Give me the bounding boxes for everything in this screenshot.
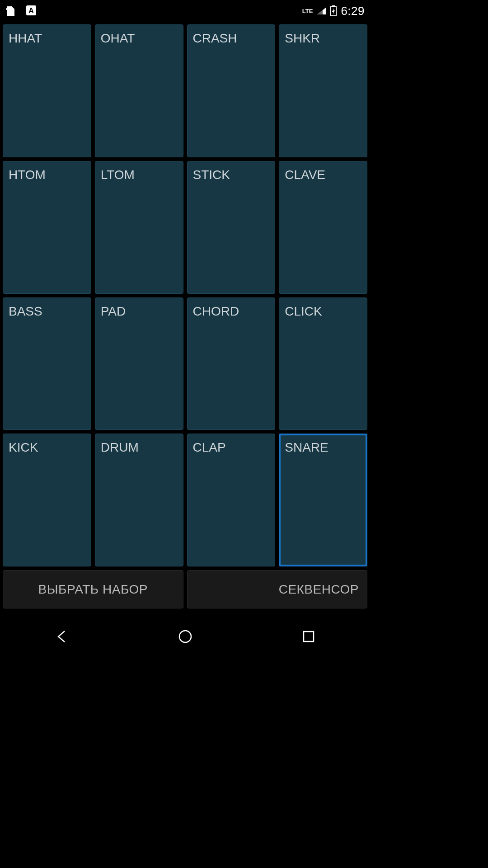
pad-grid: HHAT OHAT CRASH SHKR HTOM LTOM STICK CLA… <box>0 22 370 570</box>
back-icon <box>54 628 70 645</box>
pad-clap[interactable]: CLAP <box>187 434 276 566</box>
back-button[interactable] <box>46 620 78 653</box>
pad-click[interactable]: CLICK <box>279 297 367 430</box>
pad-ohat[interactable]: OHAT <box>95 24 183 157</box>
button-label: СЕКВЕНСОР <box>279 582 359 597</box>
status-left: A <box>5 5 37 17</box>
lte-icon: LTE <box>302 8 313 14</box>
sequencer-button[interactable]: СЕКВЕНСОР <box>187 570 368 609</box>
pad-crash[interactable]: CRASH <box>187 24 276 157</box>
pad-stick[interactable]: STICK <box>187 161 276 294</box>
status-bar: A LTE 6:29 <box>0 0 370 22</box>
pad-label: DRUM <box>101 440 139 455</box>
pad-label: SNARE <box>285 440 328 455</box>
select-set-button[interactable]: ВЫБРАТЬ НАБОР <box>3 570 183 609</box>
pad-label: PAD <box>101 304 126 319</box>
pad-clave[interactable]: CLAVE <box>279 161 367 294</box>
app-icon: A <box>25 5 37 17</box>
pad-label: CLAVE <box>285 168 325 182</box>
pad-kick[interactable]: KICK <box>3 434 91 566</box>
pad-bass[interactable]: BASS <box>3 297 91 430</box>
button-label: ВЫБРАТЬ НАБОР <box>38 582 148 597</box>
pad-label: KICK <box>9 440 38 455</box>
nav-bar <box>0 615 370 658</box>
pad-ltom[interactable]: LTOM <box>95 161 183 294</box>
recent-icon <box>300 628 317 645</box>
pad-label: BASS <box>9 304 42 319</box>
pad-drum[interactable]: DRUM <box>95 434 183 566</box>
pad-label: CHORD <box>193 304 239 319</box>
pad-label: OHAT <box>101 31 135 46</box>
pad-label: HHAT <box>9 31 42 46</box>
pad-label: STICK <box>193 168 230 182</box>
signal-icon <box>316 6 326 15</box>
pad-snare[interactable]: SNARE <box>279 434 367 566</box>
pad-label: SHKR <box>285 31 320 46</box>
recent-button[interactable] <box>292 620 325 653</box>
svg-rect-5 <box>304 632 314 642</box>
pad-pad[interactable]: PAD <box>95 297 183 430</box>
pad-label: CLAP <box>193 440 226 455</box>
clock: 6:29 <box>341 4 365 18</box>
svg-text:A: A <box>28 7 34 14</box>
bottom-row: ВЫБРАТЬ НАБОР СЕКВЕНСОР <box>0 570 370 609</box>
pad-htom[interactable]: HTOM <box>3 161 91 294</box>
pad-label: CLICK <box>285 304 322 319</box>
pad-label: HTOM <box>9 168 46 182</box>
pad-chord[interactable]: CHORD <box>187 297 276 430</box>
pad-label: CRASH <box>193 31 237 46</box>
sd-card-icon <box>5 5 16 17</box>
home-button[interactable] <box>169 620 202 653</box>
status-right: LTE 6:29 <box>302 4 365 18</box>
pad-shkr[interactable]: SHKR <box>279 24 367 157</box>
battery-icon <box>330 5 337 16</box>
svg-point-4 <box>179 631 191 642</box>
home-icon <box>177 628 193 645</box>
pad-label: LTOM <box>101 168 135 182</box>
pad-hhat[interactable]: HHAT <box>3 24 91 157</box>
